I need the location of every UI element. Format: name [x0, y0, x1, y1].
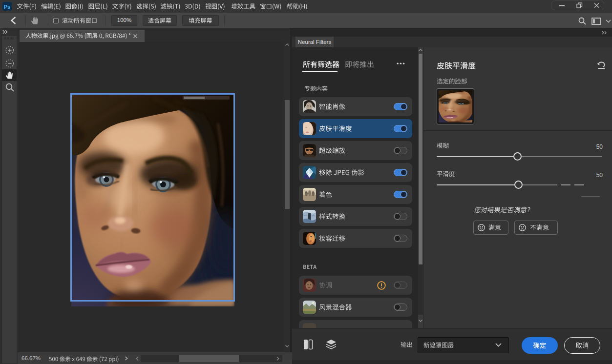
svg-text:Ps: Ps: [4, 4, 10, 10]
